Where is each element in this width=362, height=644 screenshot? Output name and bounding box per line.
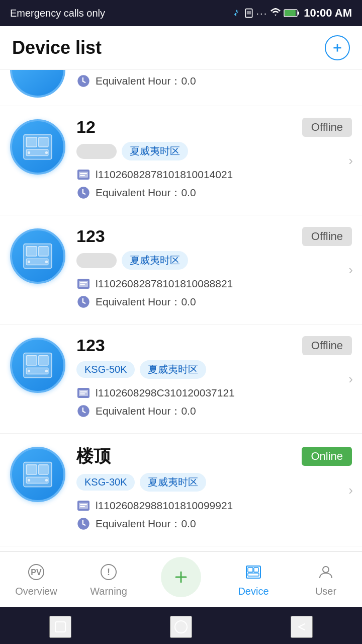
svg-rect-9 bbox=[26, 137, 37, 147]
chevron-right-icon: › bbox=[348, 153, 353, 169]
device-info: 123 Offline KSG-50K 夏威夷时区 l1102608298C31… bbox=[76, 336, 352, 422]
svg-point-62 bbox=[323, 567, 329, 573]
svg-rect-21 bbox=[39, 247, 48, 256]
svg-rect-49 bbox=[80, 504, 87, 505]
svg-point-45 bbox=[28, 479, 30, 481]
device-unit-icon bbox=[20, 457, 55, 492]
svg-rect-17 bbox=[80, 175, 85, 176]
status-badge: Offline bbox=[302, 118, 352, 137]
device-name-row: 123 Offline bbox=[76, 226, 352, 246]
svg-point-64 bbox=[175, 621, 187, 633]
nav-item-device[interactable]: Device bbox=[217, 561, 290, 597]
svg-point-34 bbox=[28, 370, 30, 372]
device-icon-wrap bbox=[10, 338, 65, 393]
nav-add-button[interactable] bbox=[161, 557, 201, 597]
status-badge: Offline bbox=[302, 336, 352, 355]
device-nav-icon bbox=[243, 561, 264, 583]
chevron-right-icon: › bbox=[348, 262, 353, 278]
nav-label-user: User bbox=[315, 586, 336, 597]
nav-label-warning: Warning bbox=[90, 586, 127, 597]
device-tag-empty bbox=[76, 144, 117, 159]
svg-text:PV: PV bbox=[31, 568, 42, 577]
sys-square-button[interactable] bbox=[49, 616, 71, 638]
device-name-row: 12 Offline bbox=[76, 117, 352, 137]
device-unit-icon bbox=[20, 348, 55, 383]
device-icon-wrap bbox=[10, 228, 65, 284]
clock-icon bbox=[76, 404, 90, 418]
device-info: 123 Offline 夏威夷时区 l110260828781018100888… bbox=[76, 226, 352, 313]
device-hours: Equivalent Hour：0.0 bbox=[76, 295, 352, 309]
svg-point-24 bbox=[45, 261, 48, 263]
chevron-right-icon: › bbox=[348, 371, 353, 387]
device-name: 12 bbox=[76, 117, 96, 137]
battery-icon bbox=[284, 9, 300, 18]
nav-item-warning[interactable]: ! Warning bbox=[72, 561, 145, 597]
svg-rect-1 bbox=[246, 11, 250, 15]
device-name-row: 123 Offline bbox=[76, 336, 352, 355]
svg-rect-27 bbox=[80, 282, 87, 283]
device-tag-model: KSG-30K bbox=[76, 474, 135, 491]
clock-icon bbox=[76, 295, 90, 309]
device-name: 123 bbox=[76, 336, 105, 355]
device-tags: 夏威夷时区 bbox=[76, 251, 352, 270]
sys-back-button[interactable] bbox=[291, 616, 313, 638]
svg-rect-20 bbox=[26, 247, 37, 256]
nav-item-overview[interactable]: PV Overview bbox=[0, 561, 72, 597]
device-serial: l1102608298C310120037121 bbox=[76, 386, 352, 400]
status-badge: Online bbox=[302, 447, 352, 466]
device-hours: Equivalent Hour：0.0 bbox=[76, 517, 352, 531]
svg-rect-3 bbox=[285, 10, 296, 16]
device-tag-timezone: 夏威夷时区 bbox=[122, 251, 188, 270]
svg-rect-26 bbox=[79, 281, 88, 287]
serial-icon bbox=[76, 386, 90, 400]
device-tags: KSG-50K 夏威夷时区 bbox=[76, 360, 352, 379]
device-serial: l11026082878101810088821 bbox=[76, 277, 352, 291]
svg-rect-61 bbox=[248, 573, 259, 576]
device-item[interactable]: 12 Offline 夏威夷时区 l1102608287810181001402… bbox=[0, 106, 362, 215]
clock-icon bbox=[76, 186, 90, 200]
device-name: 楼顶 bbox=[76, 445, 111, 468]
device-item[interactable]: 楼顶 Online KSG-30K 夏威夷时区 l110260829881018… bbox=[0, 434, 362, 546]
device-icon-wrap bbox=[10, 119, 65, 175]
device-icon-wrap bbox=[10, 447, 65, 502]
device-name-row: 楼顶 Online bbox=[76, 445, 352, 468]
system-nav-bar bbox=[0, 607, 362, 644]
status-carrier: Emergency calls only bbox=[10, 8, 105, 19]
svg-rect-31 bbox=[26, 356, 37, 365]
warning-icon: ! bbox=[98, 561, 119, 583]
svg-point-12 bbox=[28, 151, 30, 154]
status-right: ··· 10:00 AM bbox=[231, 7, 352, 20]
page-title: Device list bbox=[12, 37, 102, 58]
svg-rect-32 bbox=[39, 356, 48, 365]
device-item[interactable]: 123 Offline KSG-50K 夏威夷时区 l1102608298C31… bbox=[0, 325, 362, 434]
device-item-partial: Equivalent Hour：0.0 bbox=[0, 70, 362, 106]
status-badge: Offline bbox=[302, 227, 352, 246]
clock-icon bbox=[76, 517, 90, 531]
device-tag-timezone: 夏威夷时区 bbox=[140, 360, 206, 379]
nav-item-add[interactable] bbox=[145, 557, 217, 602]
device-hours: Equivalent Hour：0.0 bbox=[76, 186, 352, 200]
device-tag-timezone: 夏威夷时区 bbox=[122, 142, 188, 160]
svg-point-23 bbox=[28, 261, 30, 263]
device-info: 12 Offline 夏威夷时区 l1102608287810181001402… bbox=[76, 117, 352, 204]
device-name: 123 bbox=[76, 226, 105, 246]
nav-item-user[interactable]: User bbox=[290, 561, 362, 597]
sys-home-button[interactable] bbox=[170, 616, 192, 638]
svg-rect-43 bbox=[39, 465, 48, 474]
overview-icon: PV bbox=[26, 561, 47, 583]
svg-rect-42 bbox=[26, 465, 37, 474]
svg-rect-38 bbox=[80, 391, 87, 392]
add-device-button[interactable] bbox=[325, 35, 350, 60]
device-info: 楼顶 Online KSG-30K 夏威夷时区 l110260829881018… bbox=[76, 445, 352, 535]
device-item[interactable]: 123 Offline 夏威夷时区 l110260828781018100888… bbox=[0, 215, 362, 325]
svg-rect-50 bbox=[80, 506, 85, 507]
serial-icon bbox=[76, 168, 90, 182]
device-list: Equivalent Hour：0.0 12 Offline 夏威夷时区 bbox=[0, 70, 362, 551]
svg-rect-15 bbox=[79, 172, 88, 178]
device-partial-info: Equivalent Hour：0.0 bbox=[76, 70, 352, 92]
more-icon: ··· bbox=[256, 8, 268, 19]
svg-point-13 bbox=[45, 151, 48, 154]
page-header: Device list bbox=[0, 26, 362, 70]
wifi-icon bbox=[270, 8, 281, 19]
svg-rect-37 bbox=[79, 390, 88, 396]
